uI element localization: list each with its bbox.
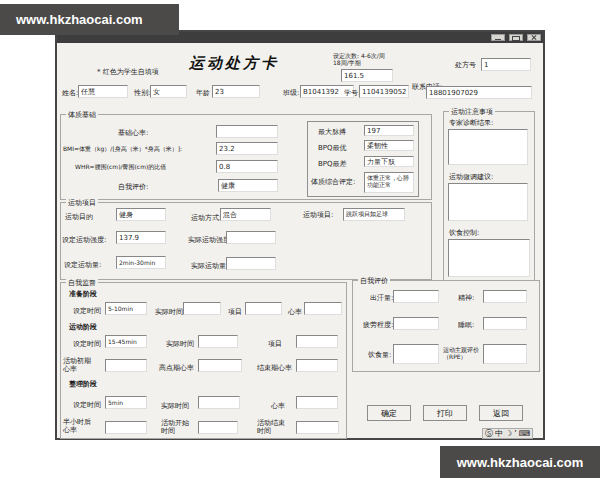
- cool-actual-time-label: 实际时间: [161, 402, 189, 410]
- exercise-prescription-window: * 红色为学生自填项 运动处方卡 设定次数: 4-6次/周 18周/学期 处方号…: [55, 30, 545, 440]
- expert-diagnosis-label: 专家诊断结果:: [449, 119, 493, 127]
- fatigue-input[interactable]: [393, 317, 439, 330]
- overall-eval-value[interactable]: 体重正常，心肺功能正常: [364, 172, 414, 193]
- prep-set-time-label: 设定时间: [73, 307, 101, 315]
- prep-actual-time-input[interactable]: [183, 302, 221, 315]
- sport-actual-time-input[interactable]: [198, 335, 238, 348]
- self-evaluation-group-title: 自我评价: [358, 276, 390, 286]
- sport-item-input[interactable]: [296, 335, 338, 348]
- spirit-label: 精神:: [458, 294, 474, 302]
- precautions-group-title: 运动注意事项: [449, 107, 495, 117]
- minimize-button[interactable]: [491, 34, 505, 41]
- bmi-input[interactable]: [216, 142, 278, 155]
- sport-set-time-input[interactable]: [105, 335, 147, 348]
- print-button[interactable]: 打印: [423, 405, 467, 421]
- ime-language-indicator[interactable]: 中: [495, 428, 503, 439]
- freq-value-input[interactable]: [341, 69, 393, 82]
- prep-actual-time-label: 实际时间: [155, 308, 183, 316]
- sport-phase-title: 运动阶段: [69, 323, 97, 331]
- max-pulse-label: 最大脉搏: [318, 128, 346, 136]
- food-intake-input[interactable]: [393, 344, 439, 364]
- basal-hr-input[interactable]: [216, 125, 278, 138]
- spirit-input[interactable]: [483, 290, 527, 303]
- mode-input[interactable]: [220, 208, 271, 221]
- whr-label: WHR=腰围(cm)/臀围(cm)的比值: [75, 164, 166, 171]
- cooldown-phase-title: 整理阶段: [69, 380, 97, 388]
- half-hour-hr-label: 半小时后心率: [63, 418, 95, 434]
- sport-actual-time-label: 实际时间: [166, 340, 194, 348]
- actual-volume-input[interactable]: [226, 257, 276, 270]
- close-button[interactable]: [527, 34, 541, 41]
- ime-tick-icon[interactable]: ʼ: [514, 429, 517, 438]
- ime-moon-icon[interactable]: ☽: [505, 429, 512, 438]
- peak-hr-input[interactable]: [198, 359, 242, 372]
- phone-input[interactable]: [426, 86, 532, 99]
- end-time-label: 活动结束时间: [257, 419, 291, 435]
- basal-hr-label: 基础心率:: [118, 129, 148, 137]
- rpe-input[interactable]: [483, 344, 527, 364]
- start-time-label: 活动开始时间: [161, 419, 195, 435]
- gender-label: 性别:: [134, 89, 150, 97]
- purpose-label: 运动目的: [65, 213, 93, 221]
- bpq-best-input[interactable]: [364, 140, 414, 151]
- ime-keyboard-icon[interactable]: ⌨: [519, 429, 531, 438]
- top-watermark-banner: www.hkzhaocai.com: [0, 4, 179, 35]
- item-input[interactable]: [343, 208, 405, 221]
- expert-diagnosis-textarea[interactable]: [448, 129, 528, 165]
- name-input[interactable]: [78, 85, 128, 98]
- prep-hr-label: 心率: [288, 308, 302, 316]
- prep-phase-title: 准备阶段: [69, 290, 97, 298]
- sweat-input[interactable]: [393, 290, 439, 303]
- actual-intensity-input[interactable]: [226, 231, 276, 244]
- age-input[interactable]: [212, 85, 260, 98]
- whr-input[interactable]: [216, 160, 278, 173]
- student-id-input[interactable]: [359, 85, 409, 98]
- finish-hr-label: 结束期心率: [257, 364, 292, 372]
- gender-input[interactable]: [150, 85, 187, 98]
- top-watermark-text: www.hkzhaocai.com: [16, 12, 143, 27]
- self-supervision-group-title: 自我监督: [66, 278, 98, 288]
- ime-language-bar[interactable]: Ⓢ 中 ☽ ʼ ⌨: [482, 428, 533, 439]
- early-hr-label: 活动初期心率: [63, 357, 95, 373]
- back-button[interactable]: 返回: [479, 405, 523, 421]
- set-intensity-input[interactable]: [116, 231, 166, 244]
- cool-set-time-input[interactable]: [105, 396, 147, 409]
- finish-hr-input[interactable]: [296, 359, 338, 372]
- cool-actual-time-input[interactable]: [198, 396, 240, 409]
- set-volume-input[interactable]: [116, 256, 166, 269]
- ime-service-icon[interactable]: Ⓢ: [485, 428, 493, 439]
- prep-set-time-input[interactable]: [105, 302, 147, 315]
- max-pulse-input[interactable]: [364, 125, 414, 136]
- start-time-input[interactable]: [198, 421, 238, 434]
- bpq-worst-input[interactable]: [364, 156, 414, 167]
- early-hr-input[interactable]: [105, 359, 147, 372]
- purpose-input[interactable]: [116, 208, 166, 221]
- food-intake-label: 饮食量:: [368, 351, 391, 359]
- half-hour-hr-input[interactable]: [105, 421, 147, 434]
- end-time-input[interactable]: [296, 421, 339, 434]
- fitness-base-group-title: 体质基础: [66, 110, 98, 120]
- bottom-watermark-banner: www.hkzhaocai.com: [440, 446, 600, 478]
- sleep-input[interactable]: [483, 317, 527, 330]
- bmi-label: BMI=体重（kg）/[身高（米）*身高（米）]:: [63, 146, 182, 153]
- ok-button[interactable]: 确定: [367, 405, 411, 421]
- sport-set-time-label: 设定时间: [73, 340, 101, 348]
- prescription-no-input[interactable]: [481, 58, 531, 71]
- set-intensity-label: 设定运动强度:: [62, 236, 106, 244]
- class-label: 班级:: [283, 89, 299, 97]
- self-eval-input[interactable]: [218, 179, 278, 192]
- maximize-button[interactable]: [509, 34, 523, 41]
- adjust-advice-textarea[interactable]: [448, 183, 528, 221]
- prep-item-input[interactable]: [245, 302, 282, 315]
- self-supervision-group: 自我监督 准备阶段 设定时间 实际时间 项目 心率 运动阶段 设定时间 实际时间…: [60, 282, 347, 439]
- set-volume-label: 设定运动量:: [64, 261, 101, 269]
- adjust-advice-label: 运动微调建议:: [449, 173, 493, 181]
- diet-control-textarea[interactable]: [448, 239, 530, 277]
- prep-hr-input[interactable]: [304, 302, 342, 315]
- self-fill-note: * 红色为学生自填项: [97, 68, 159, 76]
- sport-item-label: 项目: [268, 340, 282, 348]
- actual-volume-label: 实际运动量: [191, 262, 226, 270]
- precautions-group: 运动注意事项 专家诊断结果: 运动微调建议: 饮食控制:: [443, 111, 535, 281]
- student-id-label: 学号:: [344, 89, 360, 97]
- cool-hr-input[interactable]: [296, 396, 338, 409]
